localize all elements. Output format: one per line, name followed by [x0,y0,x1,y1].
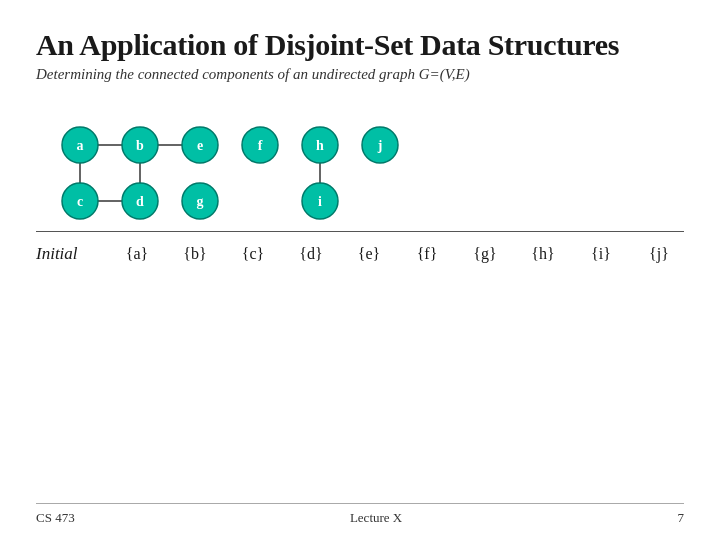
node-label-b: b [136,138,144,153]
node-label-h: h [316,138,324,153]
initial-row: Initial {a}{b}{c}{d}{e}{f}{g}{h}{i}{j} [36,238,684,264]
set-item: {e} [340,245,398,263]
footer: CS 473 Lecture X 7 [36,503,684,526]
node-label-d: d [136,194,144,209]
graph-area: a b e f h j c d g i [36,101,684,231]
graph-svg: a b e f h j c d g i [36,101,684,231]
set-item: {g} [456,245,514,263]
set-item: {c} [224,245,282,263]
set-item: {a} [108,245,166,263]
node-label-i: i [318,194,322,209]
node-label-a: a [77,138,84,153]
main-title: An Application of Disjoint-Set Data Stru… [36,28,684,62]
initial-label: Initial [36,244,108,264]
divider [36,231,684,232]
set-item: {b} [166,245,224,263]
set-item: {f} [398,245,456,263]
footer-right: 7 [678,510,685,526]
footer-center: Lecture X [350,510,402,526]
footer-left: CS 473 [36,510,75,526]
node-label-f: f [258,138,263,153]
slide: An Application of Disjoint-Set Data Stru… [0,0,720,540]
subtitle: Determining the connected components of … [36,66,684,83]
node-label-c: c [77,194,83,209]
sets-row: {a}{b}{c}{d}{e}{f}{g}{h}{i}{j} [108,245,688,263]
node-label-j: j [377,138,383,153]
node-label-e: e [197,138,203,153]
set-item: {d} [282,245,340,263]
set-item: {h} [514,245,572,263]
set-item: {i} [572,245,630,263]
set-item: {j} [630,245,688,263]
node-label-g: g [197,194,204,209]
